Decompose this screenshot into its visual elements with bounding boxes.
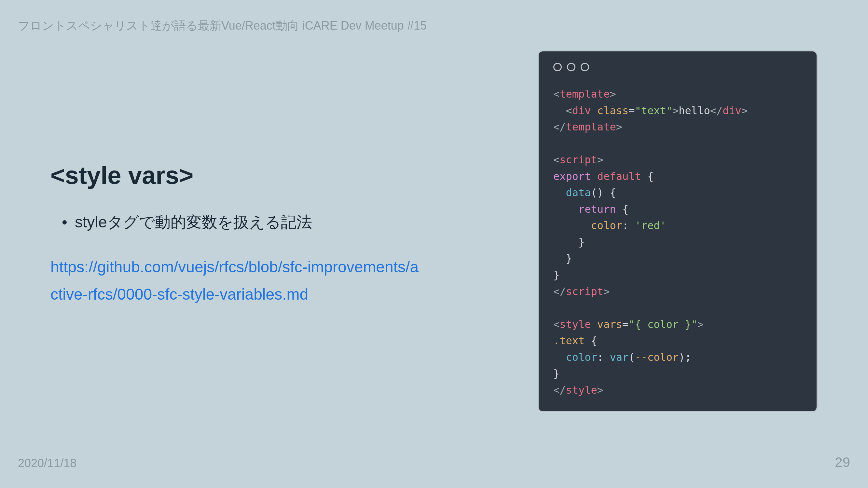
code-block: <template> <div class="text">hello</div>… — [553, 86, 802, 398]
window-control-icon — [567, 63, 576, 71]
bullet-list: styleタグで動的変数を扱える記法 — [51, 210, 425, 234]
content-area: <style vars> styleタグで動的変数を扱える記法 https://… — [51, 161, 425, 308]
slide-title: <style vars> — [51, 161, 425, 189]
window-control-icon — [581, 63, 589, 71]
slide-header: フロントスペシャリスト達が語る最新Vue/React動向 iCARE Dev M… — [18, 18, 427, 34]
footer-date: 2020/11/18 — [18, 456, 76, 470]
code-window: <template> <div class="text">hello</div>… — [538, 51, 817, 412]
page-number: 29 — [835, 455, 850, 470]
window-control-icon — [553, 63, 562, 71]
reference-link[interactable]: https://github.com/vuejs/rfcs/blob/sfc-i… — [51, 254, 425, 308]
window-controls — [553, 63, 802, 71]
list-item: styleタグで動的変数を扱える記法 — [51, 210, 425, 234]
